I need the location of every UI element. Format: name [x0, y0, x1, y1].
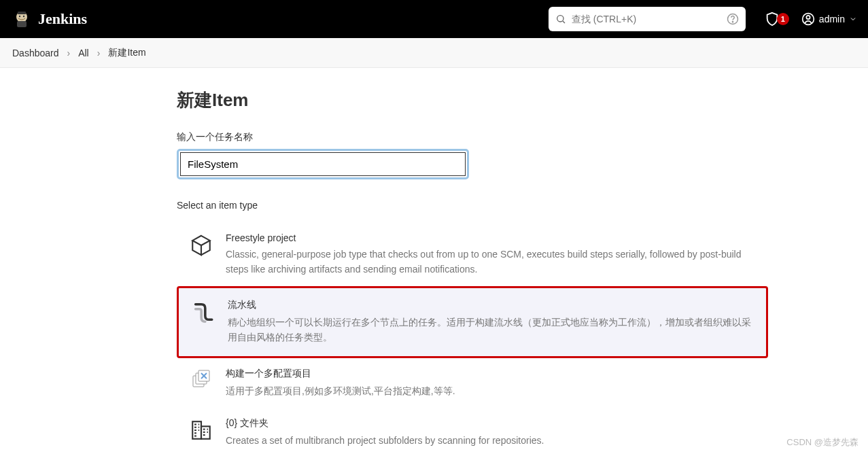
user-icon: [801, 12, 815, 26]
breadcrumb: Dashboard › All › 新建Item: [0, 38, 868, 68]
main-content: 新建Item 输入一个任务名称 Select an item type Free…: [0, 68, 868, 454]
section-label: Select an item type: [177, 200, 868, 211]
pipe-icon: [191, 299, 215, 324]
svg-point-8: [732, 22, 733, 22]
svg-rect-14: [192, 422, 201, 440]
search-input[interactable]: [572, 14, 721, 24]
page-title: 新建Item: [177, 88, 868, 112]
item-type-desc: 精心地组织一个可以长期运行在多个节点上的任务。适用于构建流水线（更加正式地应当称…: [228, 315, 754, 345]
chevron-right-icon: ›: [67, 48, 71, 58]
header-bar: Jenkins 1 admin: [0, 0, 868, 38]
item-type-folder[interactable]: {0} 文件夹 Creates a set of multibranch pro…: [177, 408, 768, 454]
watermark: CSDN @造梦先森: [786, 436, 858, 449]
svg-point-3: [19, 16, 20, 17]
breadcrumb-item-all[interactable]: All: [78, 48, 89, 58]
item-name-input[interactable]: [180, 152, 466, 176]
item-type-pipeline[interactable]: 流水线 精心地组织一个可以长期运行在多个节点上的任务。适用于构建流水线（更加正式…: [177, 286, 768, 357]
user-menu[interactable]: admin: [801, 12, 857, 26]
name-input-wrap: [177, 149, 469, 179]
breadcrumb-item-dashboard[interactable]: Dashboard: [12, 48, 59, 58]
item-type-desc: Creates a set of multibranch project sub…: [226, 434, 756, 449]
help-icon[interactable]: [727, 13, 739, 25]
alerts-button[interactable]: 1: [765, 12, 789, 27]
item-type-list: Freestyle project Classic, general-purpo…: [177, 223, 868, 454]
cube-icon: [189, 232, 213, 257]
logo-text: Jenkins: [38, 10, 87, 28]
multiconfig-icon: [189, 368, 213, 389]
item-type-freestyle[interactable]: Freestyle project Classic, general-purpo…: [177, 223, 768, 286]
svg-point-4: [23, 16, 24, 17]
item-type-desc: Classic, general-purpose job type that c…: [226, 247, 756, 277]
building-icon: [189, 417, 213, 442]
logo[interactable]: Jenkins: [11, 8, 87, 30]
item-type-title: 构建一个多配置项目: [226, 368, 756, 380]
svg-point-10: [806, 16, 810, 19]
name-field-label: 输入一个任务名称: [177, 131, 868, 143]
item-type-title: Freestyle project: [226, 232, 756, 243]
jenkins-logo-icon: [11, 8, 33, 30]
alert-badge: 1: [777, 13, 789, 25]
svg-rect-15: [201, 427, 210, 439]
item-type-title: {0} 文件夹: [226, 417, 756, 430]
item-type-title: 流水线: [228, 299, 754, 311]
svg-point-5: [557, 16, 563, 22]
svg-line-6: [563, 21, 565, 23]
search-box[interactable]: [549, 7, 746, 31]
chevron-down-icon: [849, 15, 857, 23]
search-icon: [555, 14, 566, 24]
item-type-multiconfig[interactable]: 构建一个多配置项目 适用于多配置项目,例如多环境测试,平台指定构建,等等.: [177, 358, 768, 408]
breadcrumb-item-newitem[interactable]: 新建Item: [108, 47, 145, 59]
svg-rect-1: [18, 12, 26, 14]
svg-rect-2: [17, 21, 27, 27]
user-name: admin: [819, 14, 845, 24]
chevron-right-icon: ›: [97, 48, 101, 58]
item-type-desc: 适用于多配置项目,例如多环境测试,平台指定构建,等等.: [226, 384, 756, 399]
